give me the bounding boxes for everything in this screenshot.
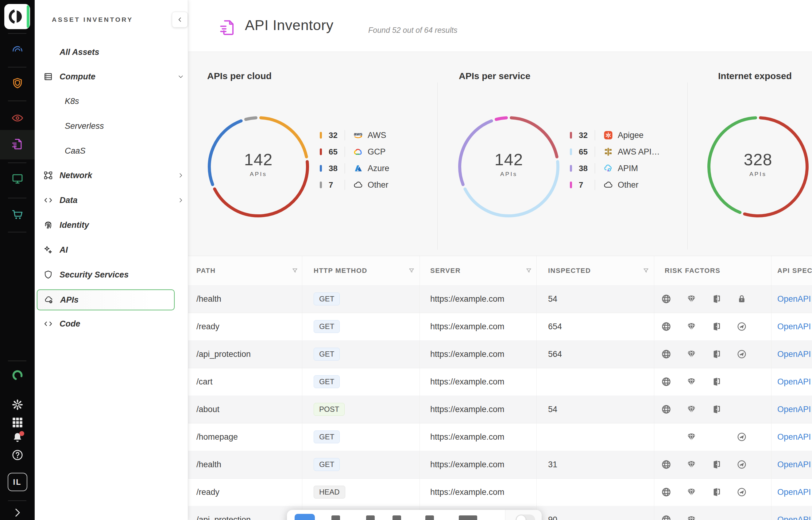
filter-icon[interactable] (525, 256, 532, 285)
table-row[interactable]: /readyGEThttps://example.com654OpenAPI (188, 313, 812, 341)
openapi-link[interactable]: OpenAPI (777, 515, 811, 520)
sidebar-item-all-assets[interactable]: All Assets (37, 42, 173, 62)
legend-item: 38 APIM (570, 161, 638, 175)
cell-path: /health (196, 451, 221, 478)
sidebar-title: ASSET INVENTORY (52, 16, 133, 23)
openapi-link[interactable]: OpenAPI (777, 349, 811, 359)
risk-globe-icon (661, 349, 672, 360)
toolbar-icon[interactable] (366, 515, 375, 520)
legend-label: Azure (368, 164, 389, 173)
app-logo[interactable] (4, 4, 30, 29)
legend-tick (320, 182, 322, 188)
user-avatar[interactable]: IL (0, 473, 35, 491)
openapi-link[interactable]: OpenAPI (777, 322, 811, 332)
sidebar-item-network[interactable]: Network (37, 165, 173, 185)
toolbar-primary-button[interactable] (295, 514, 315, 520)
legend-item: 38 Azure (320, 161, 389, 175)
table-row[interactable]: /healthGEThttps://example.com31OpenAPI (188, 451, 812, 478)
sidebar-item-label: CaaS (65, 146, 85, 156)
nav-shield[interactable] (0, 75, 35, 92)
chevron-right-icon[interactable] (177, 172, 184, 179)
asset-inventory-sidebar: ASSET INVENTORY All Assets Compute K8s (35, 0, 188, 520)
rail-divider (8, 232, 26, 232)
cloud-outline-icon (603, 180, 613, 190)
cell-server: https://example.com (430, 285, 505, 313)
legend-tick (570, 148, 572, 155)
help[interactable] (0, 446, 35, 464)
legend-value: 65 (579, 147, 595, 157)
eye-icon (11, 112, 24, 125)
sidebar-item-label: Security Services (59, 270, 129, 280)
chevron-down-icon[interactable] (177, 73, 184, 80)
nav-dashboard[interactable] (0, 41, 35, 58)
toolbar-toggle[interactable] (516, 515, 535, 520)
cell-inspected: 54 (548, 285, 557, 313)
sidebar-item-caas[interactable]: CaaS (37, 141, 173, 161)
filter-icon[interactable] (643, 256, 649, 285)
column-header-inspected[interactable]: INSPECTED (548, 256, 591, 285)
risk-plane-icon (737, 432, 747, 443)
code-brackets-icon (43, 195, 53, 205)
sidebar-collapse-button[interactable] (172, 12, 188, 28)
cell-server: https://example.com (430, 451, 505, 478)
sidebar-item-serverless[interactable]: Serverless (37, 116, 173, 136)
column-header-http-method[interactable]: HTTP METHOD (314, 256, 367, 285)
shield-outline-icon (43, 270, 53, 280)
cell-http-method: GET (314, 285, 340, 313)
apps[interactable] (0, 414, 35, 431)
openapi-link[interactable]: OpenAPI (777, 432, 811, 442)
legend-label: Apigee (618, 131, 643, 140)
sidebar-item-apis[interactable]: APIs (37, 289, 175, 310)
cell-server: https://example.com (430, 313, 505, 340)
sidebar-item-data[interactable]: Data (37, 190, 173, 210)
expand[interactable] (0, 504, 35, 520)
column-header-server[interactable]: SERVER (430, 256, 461, 285)
legend-divider (595, 130, 595, 140)
risk-plane-icon (737, 321, 747, 332)
method-badge: GET (314, 348, 340, 361)
column-header-risk-factors[interactable]: RISK FACTORS (665, 256, 720, 285)
toolbar-icon[interactable] (425, 515, 434, 520)
filter-icon[interactable] (292, 256, 298, 285)
openapi-link[interactable]: OpenAPI (777, 405, 811, 414)
sidebar-item-identity[interactable]: Identity (37, 215, 173, 235)
openapi-link[interactable]: OpenAPI (777, 377, 811, 387)
nav-inventory[interactable] (0, 135, 35, 153)
toolbar-icon[interactable] (459, 515, 477, 520)
nav-sync[interactable] (0, 367, 35, 384)
table-row[interactable]: /readyHEADhttps://example.comOpenAPI (188, 478, 812, 506)
cell-api-spec: OpenAPI (777, 285, 811, 313)
sidebar-item-security-services[interactable]: Security Services (37, 265, 173, 285)
table-row[interactable]: /cartGEThttps://example.comOpenAPI (188, 368, 812, 396)
legend-value: 32 (579, 131, 595, 140)
sidebar-item-ai[interactable]: AI (37, 240, 173, 260)
openapi-link[interactable]: OpenAPI (777, 460, 811, 469)
sidebar-item-label: Identity (59, 220, 89, 230)
cell-http-method: GET (314, 340, 340, 368)
risk-gem-icon (686, 459, 697, 470)
openapi-link[interactable]: OpenAPI (777, 294, 811, 304)
cell-http-method: HEAD (314, 478, 345, 506)
sidebar-item-compute[interactable]: Compute (37, 67, 173, 86)
legend-label: APIM (618, 164, 638, 173)
column-header-api-spec[interactable]: API SPEC (777, 256, 812, 285)
settings[interactable] (0, 396, 35, 413)
table-row[interactable]: /aboutPOSThttps://example.com54OpenAPI (188, 395, 812, 423)
risk-gem-icon (686, 294, 697, 305)
notifications[interactable] (0, 429, 35, 446)
toolbar-icon[interactable] (393, 515, 401, 520)
nav-eye[interactable] (0, 109, 35, 127)
nav-monitor[interactable] (0, 170, 35, 187)
charts-band: APIs per cloud142APIs 32 aws AWS 65 GCP … (188, 52, 812, 256)
nav-cart[interactable] (0, 206, 35, 223)
column-header-path[interactable]: PATH (196, 256, 216, 285)
sidebar-item-k8s[interactable]: K8s (37, 92, 173, 111)
chevron-right-icon[interactable] (177, 197, 184, 204)
table-row[interactable]: /healthGEThttps://example.com54OpenAPI (188, 285, 812, 313)
openapi-link[interactable]: OpenAPI (777, 488, 811, 497)
table-row[interactable]: /api_protectionGEThttps://example.com564… (188, 340, 812, 368)
filter-icon[interactable] (408, 256, 415, 285)
toolbar-icon[interactable] (331, 515, 340, 520)
sidebar-item-code[interactable]: Code (37, 314, 173, 334)
table-row[interactable]: /homepageGEThttps://example.comOpenAPI (188, 423, 812, 451)
